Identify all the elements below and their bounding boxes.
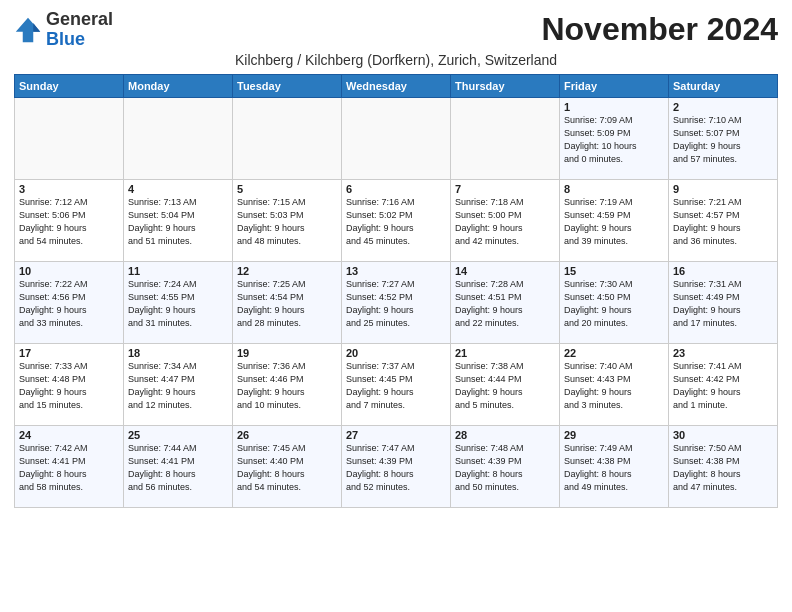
day-number: 29	[564, 429, 664, 441]
day-info: Sunrise: 7:44 AM Sunset: 4:41 PM Dayligh…	[128, 442, 228, 494]
day-number: 4	[128, 183, 228, 195]
calendar-cell: 14Sunrise: 7:28 AM Sunset: 4:51 PM Dayli…	[451, 261, 560, 343]
day-info: Sunrise: 7:34 AM Sunset: 4:47 PM Dayligh…	[128, 360, 228, 412]
day-number: 16	[673, 265, 773, 277]
month-title: November 2024	[541, 11, 778, 48]
day-number: 17	[19, 347, 119, 359]
svg-marker-1	[33, 23, 40, 32]
week-row-0: 1Sunrise: 7:09 AM Sunset: 5:09 PM Daylig…	[15, 97, 778, 179]
day-info: Sunrise: 7:16 AM Sunset: 5:02 PM Dayligh…	[346, 196, 446, 248]
day-info: Sunrise: 7:45 AM Sunset: 4:40 PM Dayligh…	[237, 442, 337, 494]
header-saturday: Saturday	[669, 74, 778, 97]
calendar-cell: 11Sunrise: 7:24 AM Sunset: 4:55 PM Dayli…	[124, 261, 233, 343]
day-number: 10	[19, 265, 119, 277]
day-info: Sunrise: 7:42 AM Sunset: 4:41 PM Dayligh…	[19, 442, 119, 494]
calendar-cell: 24Sunrise: 7:42 AM Sunset: 4:41 PM Dayli…	[15, 425, 124, 507]
logo-text: General Blue	[46, 10, 113, 50]
calendar-cell: 20Sunrise: 7:37 AM Sunset: 4:45 PM Dayli…	[342, 343, 451, 425]
day-info: Sunrise: 7:18 AM Sunset: 5:00 PM Dayligh…	[455, 196, 555, 248]
calendar-cell: 26Sunrise: 7:45 AM Sunset: 4:40 PM Dayli…	[233, 425, 342, 507]
calendar-cell: 23Sunrise: 7:41 AM Sunset: 4:42 PM Dayli…	[669, 343, 778, 425]
day-info: Sunrise: 7:21 AM Sunset: 4:57 PM Dayligh…	[673, 196, 773, 248]
header-wednesday: Wednesday	[342, 74, 451, 97]
day-info: Sunrise: 7:47 AM Sunset: 4:39 PM Dayligh…	[346, 442, 446, 494]
header-friday: Friday	[560, 74, 669, 97]
header-tuesday: Tuesday	[233, 74, 342, 97]
calendar-cell: 21Sunrise: 7:38 AM Sunset: 4:44 PM Dayli…	[451, 343, 560, 425]
week-row-2: 10Sunrise: 7:22 AM Sunset: 4:56 PM Dayli…	[15, 261, 778, 343]
calendar-cell: 16Sunrise: 7:31 AM Sunset: 4:49 PM Dayli…	[669, 261, 778, 343]
page-container: General Blue November 2024 Kilchberg / K…	[0, 0, 792, 518]
day-number: 30	[673, 429, 773, 441]
calendar-cell: 30Sunrise: 7:50 AM Sunset: 4:38 PM Dayli…	[669, 425, 778, 507]
calendar-cell: 15Sunrise: 7:30 AM Sunset: 4:50 PM Dayli…	[560, 261, 669, 343]
day-info: Sunrise: 7:22 AM Sunset: 4:56 PM Dayligh…	[19, 278, 119, 330]
header-thursday: Thursday	[451, 74, 560, 97]
calendar-cell: 2Sunrise: 7:10 AM Sunset: 5:07 PM Daylig…	[669, 97, 778, 179]
day-number: 6	[346, 183, 446, 195]
day-info: Sunrise: 7:12 AM Sunset: 5:06 PM Dayligh…	[19, 196, 119, 248]
day-number: 22	[564, 347, 664, 359]
day-number: 1	[564, 101, 664, 113]
calendar-cell: 12Sunrise: 7:25 AM Sunset: 4:54 PM Dayli…	[233, 261, 342, 343]
calendar-cell: 25Sunrise: 7:44 AM Sunset: 4:41 PM Dayli…	[124, 425, 233, 507]
day-number: 20	[346, 347, 446, 359]
day-info: Sunrise: 7:09 AM Sunset: 5:09 PM Dayligh…	[564, 114, 664, 166]
day-number: 15	[564, 265, 664, 277]
day-info: Sunrise: 7:27 AM Sunset: 4:52 PM Dayligh…	[346, 278, 446, 330]
calendar-cell: 1Sunrise: 7:09 AM Sunset: 5:09 PM Daylig…	[560, 97, 669, 179]
day-info: Sunrise: 7:13 AM Sunset: 5:04 PM Dayligh…	[128, 196, 228, 248]
day-number: 9	[673, 183, 773, 195]
day-number: 18	[128, 347, 228, 359]
calendar-cell: 7Sunrise: 7:18 AM Sunset: 5:00 PM Daylig…	[451, 179, 560, 261]
day-info: Sunrise: 7:36 AM Sunset: 4:46 PM Dayligh…	[237, 360, 337, 412]
calendar-cell	[451, 97, 560, 179]
day-number: 7	[455, 183, 555, 195]
calendar-cell	[233, 97, 342, 179]
day-number: 8	[564, 183, 664, 195]
day-info: Sunrise: 7:25 AM Sunset: 4:54 PM Dayligh…	[237, 278, 337, 330]
calendar-cell: 3Sunrise: 7:12 AM Sunset: 5:06 PM Daylig…	[15, 179, 124, 261]
day-number: 26	[237, 429, 337, 441]
day-info: Sunrise: 7:31 AM Sunset: 4:49 PM Dayligh…	[673, 278, 773, 330]
day-number: 25	[128, 429, 228, 441]
calendar-cell: 10Sunrise: 7:22 AM Sunset: 4:56 PM Dayli…	[15, 261, 124, 343]
day-info: Sunrise: 7:10 AM Sunset: 5:07 PM Dayligh…	[673, 114, 773, 166]
day-info: Sunrise: 7:33 AM Sunset: 4:48 PM Dayligh…	[19, 360, 119, 412]
day-info: Sunrise: 7:40 AM Sunset: 4:43 PM Dayligh…	[564, 360, 664, 412]
day-number: 14	[455, 265, 555, 277]
calendar-cell: 27Sunrise: 7:47 AM Sunset: 4:39 PM Dayli…	[342, 425, 451, 507]
day-number: 11	[128, 265, 228, 277]
day-number: 24	[19, 429, 119, 441]
day-number: 21	[455, 347, 555, 359]
calendar-cell: 28Sunrise: 7:48 AM Sunset: 4:39 PM Dayli…	[451, 425, 560, 507]
calendar-cell: 5Sunrise: 7:15 AM Sunset: 5:03 PM Daylig…	[233, 179, 342, 261]
calendar-table: Sunday Monday Tuesday Wednesday Thursday…	[14, 74, 778, 508]
header-sunday: Sunday	[15, 74, 124, 97]
week-row-1: 3Sunrise: 7:12 AM Sunset: 5:06 PM Daylig…	[15, 179, 778, 261]
calendar-cell	[342, 97, 451, 179]
header: General Blue November 2024	[14, 10, 778, 50]
day-info: Sunrise: 7:37 AM Sunset: 4:45 PM Dayligh…	[346, 360, 446, 412]
day-info: Sunrise: 7:30 AM Sunset: 4:50 PM Dayligh…	[564, 278, 664, 330]
calendar-cell: 17Sunrise: 7:33 AM Sunset: 4:48 PM Dayli…	[15, 343, 124, 425]
calendar-cell: 8Sunrise: 7:19 AM Sunset: 4:59 PM Daylig…	[560, 179, 669, 261]
calendar-cell: 19Sunrise: 7:36 AM Sunset: 4:46 PM Dayli…	[233, 343, 342, 425]
day-number: 3	[19, 183, 119, 195]
day-info: Sunrise: 7:38 AM Sunset: 4:44 PM Dayligh…	[455, 360, 555, 412]
day-number: 2	[673, 101, 773, 113]
calendar-cell: 6Sunrise: 7:16 AM Sunset: 5:02 PM Daylig…	[342, 179, 451, 261]
logo: General Blue	[14, 10, 113, 50]
logo-icon	[14, 16, 42, 44]
calendar-cell: 22Sunrise: 7:40 AM Sunset: 4:43 PM Dayli…	[560, 343, 669, 425]
day-info: Sunrise: 7:41 AM Sunset: 4:42 PM Dayligh…	[673, 360, 773, 412]
day-info: Sunrise: 7:50 AM Sunset: 4:38 PM Dayligh…	[673, 442, 773, 494]
calendar-cell	[15, 97, 124, 179]
day-info: Sunrise: 7:49 AM Sunset: 4:38 PM Dayligh…	[564, 442, 664, 494]
day-info: Sunrise: 7:19 AM Sunset: 4:59 PM Dayligh…	[564, 196, 664, 248]
calendar-cell: 13Sunrise: 7:27 AM Sunset: 4:52 PM Dayli…	[342, 261, 451, 343]
day-info: Sunrise: 7:24 AM Sunset: 4:55 PM Dayligh…	[128, 278, 228, 330]
day-number: 5	[237, 183, 337, 195]
calendar-cell: 9Sunrise: 7:21 AM Sunset: 4:57 PM Daylig…	[669, 179, 778, 261]
calendar-cell: 18Sunrise: 7:34 AM Sunset: 4:47 PM Dayli…	[124, 343, 233, 425]
